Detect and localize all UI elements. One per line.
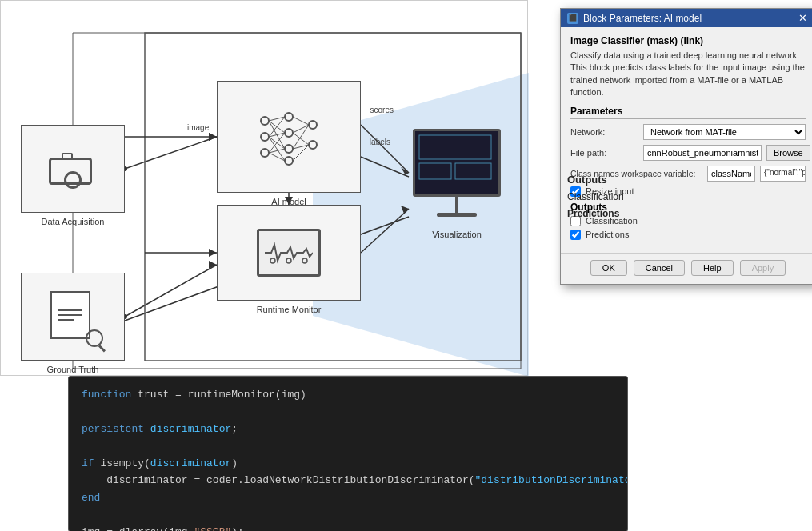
param-row-network: Network: Network from MAT-file [570,124,806,140]
svg-point-51 [302,258,307,263]
block-ai-model: image scores labels AI model [217,81,361,193]
svg-marker-1 [209,133,217,141]
dialog-close-button[interactable]: ✕ [797,12,809,24]
svg-point-31 [309,121,317,129]
code-line-4 [82,437,614,454]
svg-line-2 [361,125,409,173]
svg-line-0 [125,137,217,169]
predictions-checkbox[interactable] [570,230,581,240]
svg-point-25 [261,133,269,141]
network-select[interactable]: Network from MAT-file [643,124,806,140]
svg-marker-10 [209,261,217,269]
svg-point-29 [285,145,293,153]
magnify-icon [86,329,103,347]
block-runtime-monitor-label: Runtime Monitor [257,305,322,314]
code-line-5: if isempty(discriminator) [82,455,614,472]
block-parameters-dialog: ⬛ Block Parameters: AI model ✕ Image Cla… [560,8,812,285]
dialog-subtitle: Image Classifier (mask) (link) [570,35,806,46]
filepath-label: File path: [570,148,638,158]
svg-point-50 [286,258,291,263]
param-row-filepath: File path: Browse [570,145,806,161]
monitor-screen-icon [413,129,501,197]
block-runtime-monitor: Runtime Monitor [217,205,361,301]
svg-point-30 [285,157,293,165]
svg-point-28 [285,129,293,137]
oscilloscope-icon [257,229,321,277]
svg-marker-3 [401,167,409,175]
outputs-highlight-text: Outputs Classification Predictions [567,172,811,222]
port-label-labels: labels [370,138,390,146]
screen-content [415,131,495,191]
svg-point-32 [309,141,317,149]
cancel-button[interactable]: Cancel [634,260,685,276]
code-editor: function trust = runtimeMonitor(img) per… [68,376,628,531]
svg-line-7 [361,209,409,253]
svg-rect-52 [415,131,495,191]
simulink-diagram: Data Acquisition [0,0,528,376]
filepath-input[interactable] [643,145,762,161]
document-icon [50,291,90,339]
help-button[interactable]: Help [691,260,734,276]
code-line-7: end [82,489,614,506]
code-line-6: discriminator = coder.loadNetworkDistrib… [82,472,614,489]
svg-point-24 [261,117,269,125]
svg-line-45 [293,133,309,145]
dialog-description: Classify data using a trained deep learn… [570,50,806,99]
camera-icon [49,151,97,187]
svg-line-9 [125,265,217,317]
port-label-image: image [187,123,209,132]
network-label: Network: [570,127,638,137]
block-data-acquisition-label: Data Acquisition [42,217,105,226]
svg-marker-21 [209,249,217,257]
port-label-scores: scores [370,106,394,114]
dialog-params-section: Parameters [570,106,806,119]
dialog-title: Block Parameters: AI model [583,13,702,24]
svg-point-26 [261,149,269,157]
ok-button[interactable]: OK [590,260,627,276]
block-data-acquisition: Data Acquisition [21,125,125,213]
svg-point-49 [270,258,275,263]
code-line-8 [82,506,614,523]
dialog-footer: OK Cancel Help Apply [561,253,812,284]
code-line-9: img = dlarray(img,"SSCB"); [82,524,614,532]
svg-line-43 [293,117,309,125]
browse-button[interactable]: Browse [766,145,810,161]
svg-marker-14 [209,133,217,141]
waveform-icon [265,241,313,265]
dialog-title-icon: ⬛ [567,13,578,24]
block-ground-truth-label: Ground Truth [47,365,99,374]
block-visualization: Visualization [409,121,505,225]
block-ground-truth: Ground Truth [21,273,125,361]
svg-point-27 [285,113,293,121]
neural-network-icon [253,105,325,169]
svg-line-4 [361,157,409,177]
svg-marker-8 [401,206,409,214]
predictions-row: Predictions [570,230,806,240]
dialog-titlebar: ⬛ Block Parameters: AI model ✕ [561,9,812,27]
code-line-2 [82,403,614,420]
predictions-label: Predictions [586,230,629,239]
code-line-1: function trust = runtimeMonitor(img) [82,386,614,403]
block-visualization-label: Visualization [432,230,482,239]
apply-button[interactable]: Apply [740,260,786,276]
code-line-3: persistent discriminator; [82,421,614,437]
